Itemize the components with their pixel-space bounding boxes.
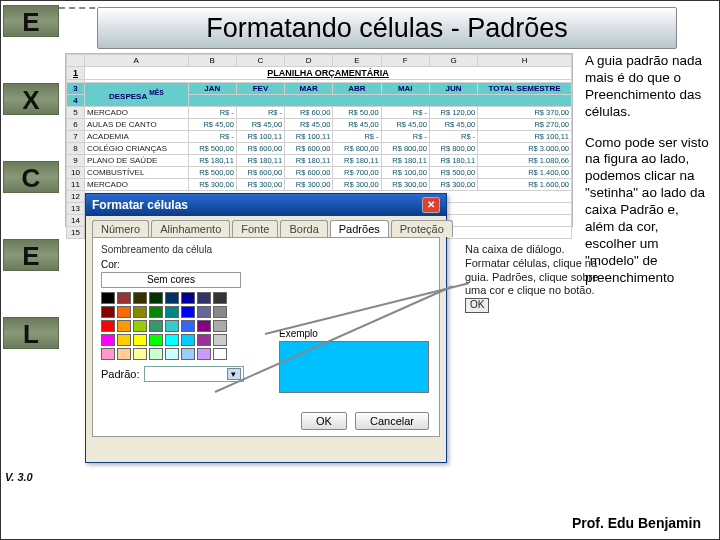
color-swatch[interactable] bbox=[165, 348, 179, 360]
color-swatch[interactable] bbox=[181, 320, 195, 332]
color-swatch[interactable] bbox=[133, 306, 147, 318]
content-area: A B C D E F G H 1PLANILHA ORÇAMENTÁRIA 3… bbox=[65, 53, 715, 493]
color-swatch[interactable] bbox=[149, 334, 163, 346]
color-swatch[interactable] bbox=[149, 292, 163, 304]
color-swatch[interactable] bbox=[101, 334, 115, 346]
color-swatch[interactable] bbox=[165, 334, 179, 346]
color-swatch[interactable] bbox=[165, 292, 179, 304]
dialog-tabs: Número Alinhamento Fonte Borda Padrões P… bbox=[86, 216, 446, 237]
sidebar-letter: E bbox=[3, 239, 59, 271]
dialog-titlebar[interactable]: Formatar células ✕ bbox=[86, 194, 446, 216]
format-cells-dialog: Formatar células ✕ Número Alinhamento Fo… bbox=[85, 193, 447, 463]
color-swatch[interactable] bbox=[149, 320, 163, 332]
version-label: V. 3.0 bbox=[5, 471, 33, 483]
color-swatch[interactable] bbox=[181, 348, 195, 360]
color-swatch[interactable] bbox=[213, 348, 227, 360]
color-swatch[interactable] bbox=[101, 292, 115, 304]
dialog-title-text: Formatar células bbox=[92, 198, 188, 212]
paragraph-2: Como pode ser visto na figura ao lado, p… bbox=[585, 135, 711, 287]
color-swatch[interactable] bbox=[165, 306, 179, 318]
sidebar: E X C E L bbox=[1, 1, 61, 481]
table-row: 9PLANO DE SAÚDER$ 180,11R$ 180,11R$ 180,… bbox=[67, 155, 572, 167]
chevron-down-icon[interactable]: ▾ bbox=[227, 368, 241, 380]
color-swatch[interactable] bbox=[101, 306, 115, 318]
color-swatch[interactable] bbox=[101, 320, 115, 332]
color-swatch[interactable] bbox=[117, 348, 131, 360]
table-row: 10COMBUSTÍVELR$ 500,00R$ 600,00R$ 600,00… bbox=[67, 167, 572, 179]
header-despesa: DESPESA MÊS bbox=[85, 83, 189, 107]
no-color-button[interactable]: Sem cores bbox=[101, 272, 241, 288]
tab-numero[interactable]: Número bbox=[92, 220, 149, 237]
color-swatch[interactable] bbox=[181, 292, 195, 304]
color-swatch[interactable] bbox=[133, 348, 147, 360]
color-swatch[interactable] bbox=[133, 292, 147, 304]
color-swatch[interactable] bbox=[197, 334, 211, 346]
color-palette bbox=[101, 292, 241, 360]
tab-alinhamento[interactable]: Alinhamento bbox=[151, 220, 230, 237]
cancel-button[interactable]: Cancelar bbox=[355, 412, 429, 430]
dialog-body: Sombreamento da célula Cor: Sem cores Pa… bbox=[92, 237, 440, 437]
color-swatch[interactable] bbox=[197, 306, 211, 318]
example-preview bbox=[279, 341, 429, 393]
table-row: 8COLÉGIO CRIANÇASR$ 500,00R$ 600,00R$ 60… bbox=[67, 143, 572, 155]
table-row: 7ACADEMIAR$ -R$ 100,11R$ 100,11R$ -R$ -R… bbox=[67, 131, 572, 143]
group-label: Sombreamento da célula bbox=[101, 244, 431, 255]
table-row: 6AULAS DE CANTOR$ 45,00R$ 45,00R$ 45,00R… bbox=[67, 119, 572, 131]
color-label: Cor: bbox=[101, 259, 431, 270]
tab-borda[interactable]: Borda bbox=[280, 220, 327, 237]
ok-button[interactable]: OK bbox=[301, 412, 347, 430]
color-swatch[interactable] bbox=[197, 320, 211, 332]
table-row: 11MERCADOR$ 300,00R$ 300,00R$ 300,00R$ 3… bbox=[67, 179, 572, 191]
pattern-dropdown[interactable]: ▾ bbox=[144, 366, 244, 382]
sidebar-letter: E bbox=[3, 5, 59, 37]
color-swatch[interactable] bbox=[213, 292, 227, 304]
table-row: 5MERCADOR$ -R$ -R$ 60,00R$ 50,00R$ -R$ 1… bbox=[67, 107, 572, 119]
tab-fonte[interactable]: Fonte bbox=[232, 220, 278, 237]
sheet-title: PLANILHA ORÇAMENTÁRIA bbox=[85, 67, 572, 80]
color-swatch[interactable] bbox=[133, 334, 147, 346]
color-swatch[interactable] bbox=[213, 320, 227, 332]
callout-note: Na caixa de diálogo. Formatar células, c… bbox=[465, 243, 603, 313]
color-swatch[interactable] bbox=[181, 306, 195, 318]
col-header-row: A B C D E F G H bbox=[67, 55, 572, 67]
explanation-text: A guia padrão nada mais é do que o Preen… bbox=[585, 53, 711, 300]
color-swatch[interactable] bbox=[213, 334, 227, 346]
color-swatch[interactable] bbox=[165, 320, 179, 332]
color-swatch[interactable] bbox=[117, 292, 131, 304]
color-swatch[interactable] bbox=[117, 306, 131, 318]
footer-author: Prof. Edu Benjamin bbox=[572, 515, 701, 531]
close-icon[interactable]: ✕ bbox=[422, 197, 440, 213]
color-swatch[interactable] bbox=[133, 320, 147, 332]
paragraph-1: A guia padrão nada mais é do que o Preen… bbox=[585, 53, 711, 121]
sidebar-letter: X bbox=[3, 83, 59, 115]
tab-protecao[interactable]: Proteção bbox=[391, 220, 453, 237]
sidebar-letter: L bbox=[3, 317, 59, 349]
color-swatch[interactable] bbox=[101, 348, 115, 360]
color-swatch[interactable] bbox=[149, 306, 163, 318]
color-swatch[interactable] bbox=[197, 348, 211, 360]
color-swatch[interactable] bbox=[197, 292, 211, 304]
color-swatch[interactable] bbox=[117, 334, 131, 346]
page-title: Formatando células - Padrões bbox=[97, 7, 677, 49]
pattern-label: Padrão: bbox=[101, 368, 140, 380]
sidebar-letter: C bbox=[3, 161, 59, 193]
slide: E X C E L V. 3.0 Formatando células - Pa… bbox=[0, 0, 720, 540]
color-swatch[interactable] bbox=[117, 320, 131, 332]
ok-inline-icon: OK bbox=[465, 298, 489, 313]
tab-padroes[interactable]: Padrões bbox=[330, 220, 389, 237]
color-swatch[interactable] bbox=[181, 334, 195, 346]
color-swatch[interactable] bbox=[213, 306, 227, 318]
color-swatch[interactable] bbox=[149, 348, 163, 360]
